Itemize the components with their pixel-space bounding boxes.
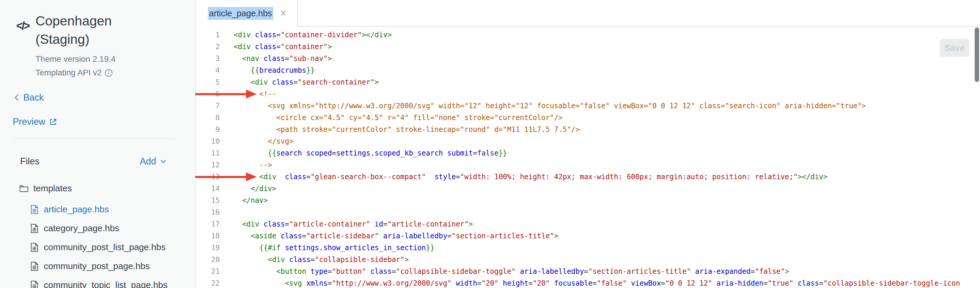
file-item[interactable]: community_topic_list_page.hbs <box>0 275 196 288</box>
add-file-button[interactable]: Add <box>140 156 166 167</box>
code-token: = <box>293 78 298 86</box>
folder-item-templates[interactable]: templates <box>0 179 196 197</box>
editor-scrollbar[interactable] <box>975 27 979 82</box>
code-token <box>794 279 797 287</box>
code-line[interactable]: 6 <!-- <box>196 88 980 100</box>
code-token <box>516 267 520 275</box>
code-token: "container-divider" <box>281 31 362 39</box>
code-token: "true" <box>768 279 794 287</box>
code-line[interactable]: 18 <aside class="article-sidebar" aria-l… <box>196 230 980 242</box>
code-token <box>234 161 259 169</box>
line-number: 13 <box>196 171 220 183</box>
preview-link[interactable]: Preview <box>13 116 57 127</box>
code-line[interactable]: 17 <div class="article-container" id="ar… <box>196 218 980 230</box>
code-token: class <box>272 78 293 86</box>
code-token: {{#if <box>259 243 285 252</box>
code-token: = <box>306 173 310 181</box>
code-line[interactable]: 3 <nav class="sub-nav"> <box>196 53 980 64</box>
code-token: = <box>328 267 332 275</box>
back-link[interactable]: Back <box>14 92 44 103</box>
save-button[interactable]: Save <box>940 39 969 57</box>
code-line[interactable]: 13 <div class="glean-search-box--compact… <box>196 171 980 183</box>
code-token: = <box>528 279 533 287</box>
code-token <box>234 149 268 157</box>
tab-article-page[interactable]: article_page.hbs × <box>196 0 298 27</box>
code-token <box>712 279 716 287</box>
code-token: id <box>375 220 383 228</box>
file-item[interactable]: category_page.hbs <box>0 219 196 238</box>
line-number: 16 <box>196 206 220 218</box>
code-token: {{ <box>251 66 259 75</box>
code-line[interactable]: 1<div class="container-divider"></div> <box>196 29 980 41</box>
document-icon <box>31 205 38 214</box>
code-token: <div <box>242 220 264 228</box>
code-token: class <box>370 267 391 275</box>
theme-version: Theme version 2.19.4 <box>35 54 116 64</box>
line-number: 17 <box>196 218 220 230</box>
code-token <box>234 279 285 287</box>
line-number: 3 <box>196 53 220 64</box>
code-token: = <box>473 149 477 157</box>
code-token: --> <box>259 161 272 169</box>
code-line[interactable]: 21 <button type="button" class="collapsi… <box>196 266 980 277</box>
code-text: <svg xmlns="http://www.w3.org/2000/svg" … <box>234 100 866 112</box>
document-icon <box>31 243 38 252</box>
code-line[interactable]: 14 </div> <box>196 183 980 194</box>
back-label: Back <box>23 92 44 103</box>
code-line[interactable]: 7 <svg xmlns="http://www.w3.org/2000/svg… <box>196 100 980 112</box>
code-area[interactable]: 1<div class="container-divider"></div>2<… <box>196 27 980 288</box>
code-text: <div class="search-container"> <box>234 76 379 88</box>
code-text: {{breadcrumbs}} <box>234 64 315 76</box>
code-line[interactable]: 9 <path stroke="currentColor" stroke-lin… <box>196 124 980 135</box>
close-icon[interactable]: × <box>280 8 286 19</box>
code-line[interactable]: 12 --> <box>196 159 980 171</box>
code-token <box>234 256 268 264</box>
code-token: class <box>264 54 285 63</box>
line-number: 14 <box>196 183 220 194</box>
code-line[interactable]: 8 <circle cx="4.5" cy="4.5" r="4" fill="… <box>196 112 980 124</box>
code-token: }} <box>306 66 315 75</box>
code-line[interactable]: 22 <svg xmlns="http://www.w3.org/2000/sv… <box>196 277 980 288</box>
code-token: "container" <box>281 43 328 51</box>
code-line[interactable]: 4 {{breadcrumbs}} <box>196 64 980 76</box>
files-header: Files Add <box>20 156 166 167</box>
code-token: <nav <box>242 54 264 63</box>
code-token: = <box>310 256 315 264</box>
code-token: "collapsible-sidebar-toggle" <box>396 267 516 275</box>
code-token: "glean-search-box--compact" <box>310 173 426 181</box>
code-token: class <box>285 173 306 181</box>
code-line[interactable]: 20 <div class="collapsible-sidebar"> <box>196 254 980 266</box>
code-token: > <box>328 43 332 51</box>
code-line[interactable]: 11 {{search scoped=settings.scoped_kb_se… <box>196 147 980 159</box>
file-item[interactable]: community_post_list_page.hbs <box>0 238 196 257</box>
code-token: = <box>277 43 281 51</box>
code-line[interactable]: 15 </nav> <box>196 194 980 206</box>
code-text: <div class="container"> <box>234 41 332 53</box>
code-token <box>234 243 259 252</box>
code-line[interactable]: 5 <div class="search-container"> <box>196 76 980 88</box>
code-token: = <box>277 31 281 39</box>
code-token: class <box>797 279 819 287</box>
code-text: <button type="button" class="collapsible… <box>234 266 789 277</box>
file-item[interactable]: article_page.hbs <box>0 200 196 219</box>
chevron-down-icon <box>160 160 166 164</box>
code-line[interactable]: 16 <box>196 206 980 218</box>
info-icon[interactable]: i <box>105 69 112 76</box>
code-line[interactable]: 19 {{#if settings.show_articles_in_secti… <box>196 242 980 254</box>
code-token: type <box>310 267 328 275</box>
code-token: = <box>392 267 396 275</box>
code-token: ></div> <box>362 31 392 39</box>
code-token: aria-expanded <box>695 267 751 275</box>
code-token <box>234 173 259 181</box>
code-line[interactable]: 2<div class="container"> <box>196 41 980 53</box>
file-item[interactable]: community_post_page.hbs <box>0 257 196 275</box>
code-token <box>234 232 251 240</box>
line-number: 5 <box>196 76 220 88</box>
code-token: }} <box>426 243 434 252</box>
line-number: 10 <box>196 135 220 147</box>
code-icon: </> <box>16 19 29 32</box>
code-token: <div <box>268 256 289 264</box>
code-token: "false" <box>755 267 785 275</box>
code-line[interactable]: 10 </svg> <box>196 135 980 147</box>
code-token: > <box>469 220 473 228</box>
